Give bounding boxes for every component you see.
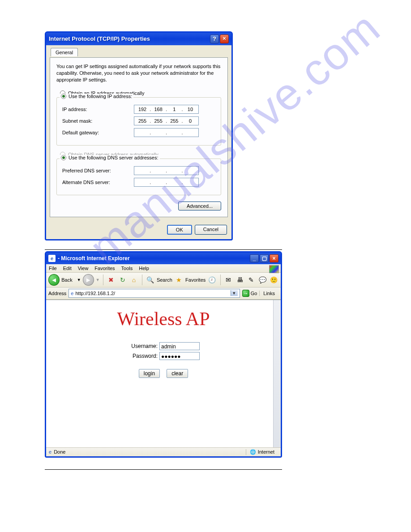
internet-zone-icon: 🌐	[250, 449, 256, 455]
close-button[interactable]: ×	[220, 34, 229, 43]
ie-logo-icon: e	[48, 255, 56, 262]
label-preferred-dns: Preferred DNS server:	[62, 168, 134, 173]
minimize-button[interactable]: _	[250, 254, 259, 262]
radio-use-ip-label: Use the following IP address:	[68, 94, 132, 99]
description-text: You can get IP settings assigned automat…	[56, 63, 221, 83]
close-button[interactable]: ×	[270, 254, 278, 262]
favorites-icon[interactable]: ★	[174, 275, 184, 285]
discuss-icon[interactable]: 💬	[257, 275, 267, 285]
cancel-button[interactable]: Cancel	[195, 225, 227, 235]
input-password[interactable]: ●●●●●●	[159, 352, 200, 360]
page-heading: Wireless AP	[46, 308, 281, 330]
address-dropdown-icon[interactable]: ▾	[231, 290, 238, 296]
radio-use-dns-label: Use the following DNS server addresses:	[68, 155, 158, 160]
input-username[interactable]: admin	[159, 342, 200, 350]
zone-pane: 🌐 Internet	[246, 449, 278, 455]
label-ip-address: IP address:	[62, 107, 134, 112]
back-button[interactable]: ◄	[48, 274, 60, 286]
dialog-title-text: Internet Protocol (TCP/IP) Properties	[49, 33, 150, 45]
windows-flag-icon	[269, 265, 279, 273]
go-button[interactable]: → Go	[242, 290, 257, 297]
menu-favorites[interactable]: Favorites	[94, 266, 115, 271]
browser-titlebar: e - Microsoft Internet Explorer _ ▢ ×	[46, 253, 281, 264]
login-form: Username: admin Password: ●●●●●● login c…	[127, 340, 200, 378]
dialog-titlebar: Internet Protocol (TCP/IP) Properties ? …	[46, 33, 231, 45]
home-button[interactable]: ⌂	[129, 275, 138, 285]
browser-viewport: Wireless AP Username: admin Password: ●●…	[46, 300, 281, 447]
label-alternate-dns: Alternate DNS server:	[62, 180, 134, 185]
input-preferred-dns[interactable]: . . .	[134, 166, 199, 175]
menu-file[interactable]: File	[49, 266, 57, 271]
back-dropdown-icon[interactable]: ▼	[77, 278, 81, 282]
search-label[interactable]: Search	[157, 277, 172, 283]
refresh-button[interactable]: ↻	[118, 275, 127, 285]
input-default-gateway[interactable]: . . .	[134, 128, 199, 137]
mail-icon[interactable]: ✉	[224, 275, 233, 285]
stop-button[interactable]: ✖	[107, 275, 116, 285]
label-username: Username:	[127, 343, 159, 349]
links-label[interactable]: Links	[259, 291, 278, 296]
go-label: Go	[251, 291, 257, 296]
edit-icon[interactable]: ✎	[246, 275, 256, 285]
help-button[interactable]: ?	[210, 34, 219, 43]
internet-zone-label: Internet	[258, 449, 274, 455]
page-status-text: Done	[54, 449, 65, 455]
menu-tools[interactable]: Tools	[121, 266, 133, 271]
address-bar: Address e http://192.168.1.2/ ▾ → Go Lin…	[46, 287, 281, 300]
toolbar: ◄ Back ▼ ► ▼ ✖ ↻ ⌂ 🔍 Search ★ Favorites …	[46, 273, 281, 287]
address-input[interactable]: e http://192.168.1.2/ ▾	[68, 289, 240, 298]
address-value: http://192.168.1.2/	[75, 291, 115, 296]
forward-dropdown-icon: ▼	[96, 278, 100, 282]
ok-button[interactable]: OK	[167, 225, 192, 235]
general-panel: You can get IP settings assigned automat…	[50, 57, 228, 217]
history-icon[interactable]: 🕘	[207, 275, 217, 285]
tab-strip: General	[50, 48, 228, 58]
menu-edit[interactable]: Edit	[63, 266, 72, 271]
section-divider	[45, 469, 282, 470]
print-icon[interactable]: 🖶	[235, 275, 244, 285]
label-subnet-mask: Subnet mask:	[62, 118, 134, 124]
label-default-gateway: Default gateway:	[62, 130, 134, 135]
back-label[interactable]: Back	[61, 277, 72, 283]
menu-view[interactable]: View	[78, 266, 89, 271]
label-password: Password:	[127, 353, 159, 359]
radio-use-dns[interactable]	[61, 155, 66, 160]
input-subnet-mask[interactable]: 255. 255. 255. 0	[134, 116, 199, 125]
ie-browser-window: e - Microsoft Internet Explorer _ ▢ × Fi…	[45, 251, 282, 458]
browser-title-text: - Microsoft Internet Explorer	[58, 253, 130, 264]
address-label: Address	[48, 291, 66, 296]
menu-bar: File Edit View Favorites Tools Help	[46, 264, 281, 273]
search-icon[interactable]: 🔍	[146, 275, 155, 285]
advanced-button[interactable]: Advanced...	[178, 202, 221, 210]
section-divider	[45, 249, 282, 250]
status-bar: e Done 🌐 Internet	[46, 447, 281, 456]
messenger-icon[interactable]: 🙂	[269, 275, 278, 285]
input-alternate-dns[interactable]: . . .	[134, 178, 199, 187]
login-button[interactable]: login	[139, 369, 160, 378]
tab-general[interactable]: General	[51, 48, 78, 56]
menu-help[interactable]: Help	[139, 266, 149, 271]
page-status-icon: e	[49, 449, 51, 455]
page-icon: e	[71, 291, 73, 296]
clear-button[interactable]: clear	[167, 369, 188, 378]
maximize-button[interactable]: ▢	[260, 254, 269, 262]
radio-use-ip[interactable]	[61, 94, 66, 99]
favorites-label[interactable]: Favorites	[185, 277, 206, 283]
tcpip-properties-dialog: Internet Protocol (TCP/IP) Properties ? …	[45, 31, 233, 240]
input-ip-address[interactable]: 192. 168. 1. 10	[134, 105, 199, 114]
forward-button[interactable]: ►	[83, 274, 94, 286]
go-arrow-icon: →	[242, 290, 249, 297]
